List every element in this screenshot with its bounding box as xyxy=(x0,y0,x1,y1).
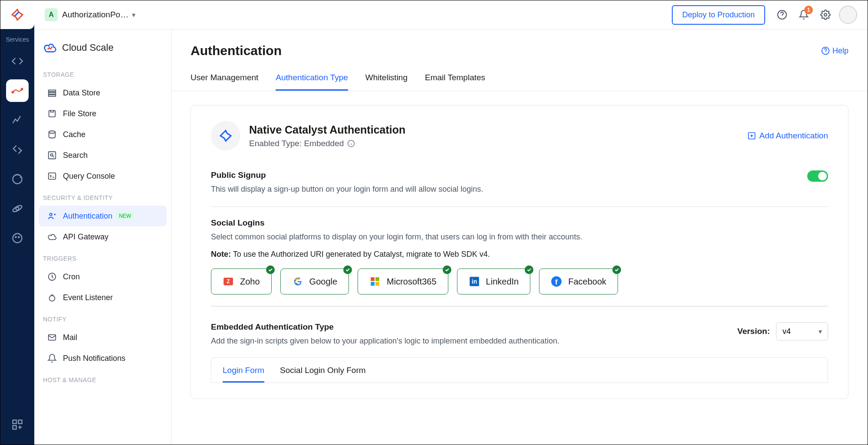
sidebar-item-query-console[interactable]: Query Console xyxy=(39,166,167,187)
help-circle-icon xyxy=(821,46,830,55)
microsoft-icon xyxy=(369,276,381,287)
rail-item-scale[interactable] xyxy=(6,79,29,102)
social-google[interactable]: Google xyxy=(280,268,349,294)
project-badge: A xyxy=(45,8,58,21)
social-microsoft[interactable]: Microsoft365 xyxy=(358,268,448,294)
check-icon xyxy=(443,265,451,274)
svg-rect-14 xyxy=(49,92,56,94)
public-signup-desc: This will display a sign-up button on yo… xyxy=(211,183,807,195)
social-title: Social Logins xyxy=(211,218,828,228)
chevron-down-icon[interactable]: ▾ xyxy=(132,11,135,19)
svg-rect-32 xyxy=(371,282,375,286)
embedded-desc: Add the sign-in scripts given below to y… xyxy=(211,335,737,347)
main-content: Authentication Help User Management Auth… xyxy=(171,29,868,445)
sidebar-item-search[interactable]: Search xyxy=(39,145,167,166)
sidebar-item-cron[interactable]: Cron xyxy=(39,266,167,287)
svg-point-2 xyxy=(13,175,22,184)
sidebar-item-api-gateway[interactable]: API Gateway xyxy=(39,226,167,247)
svg-rect-9 xyxy=(18,420,22,424)
social-linkedin[interactable]: in LinkedIn xyxy=(457,268,531,294)
services-rail: Services xyxy=(0,0,34,445)
tab-email-templates[interactable]: Email Templates xyxy=(425,73,485,91)
svg-point-19 xyxy=(50,154,53,156)
sidebar-item-mail[interactable]: Mail xyxy=(39,327,167,348)
catalyst-icon xyxy=(211,121,240,151)
svg-point-17 xyxy=(49,131,56,134)
svg-rect-20 xyxy=(49,173,56,180)
svg-point-3 xyxy=(12,204,23,213)
logo[interactable] xyxy=(0,0,34,29)
rail-item-apps[interactable] xyxy=(6,413,29,436)
deploy-button[interactable]: Deploy to Production xyxy=(672,5,765,25)
svg-rect-30 xyxy=(371,277,375,281)
rail-item-globe[interactable] xyxy=(6,168,29,190)
sub-tab-social-only[interactable]: Social Login Only Form xyxy=(280,366,365,383)
rail-item-code[interactable] xyxy=(6,50,29,72)
social-zoho[interactable]: Z Zoho xyxy=(211,268,272,294)
sidebar-item-event-listener[interactable]: Event Listener xyxy=(39,287,167,308)
plus-square-icon xyxy=(747,131,756,140)
tabs: User Management Authentication Type Whit… xyxy=(171,58,868,91)
auth-card: Native Catalyst Authentication Enabled T… xyxy=(191,105,848,399)
rail-item-link[interactable] xyxy=(6,138,29,161)
add-authentication-button[interactable]: Add Authentication xyxy=(747,131,828,141)
public-signup-toggle[interactable] xyxy=(807,170,828,182)
section-triggers: TRIGGERS xyxy=(34,247,171,266)
svg-rect-33 xyxy=(375,282,379,286)
version-select[interactable]: v4 xyxy=(776,322,828,340)
rail-item-orbit[interactable] xyxy=(6,197,29,220)
sidebar-item-data-store[interactable]: Data Store xyxy=(39,82,167,103)
help-link[interactable]: Help xyxy=(821,46,848,56)
rail-item-face[interactable] xyxy=(6,227,29,249)
embedded-sub-tabs: Login Form Social Login Only Form xyxy=(211,357,828,383)
sidebar: Cloud Scale STORAGE Data Store File Stor… xyxy=(34,29,171,445)
card-title: Native Catalyst Authentication xyxy=(249,124,405,136)
settings-icon[interactable] xyxy=(817,7,834,23)
zoho-icon: Z xyxy=(223,276,234,287)
svg-rect-16 xyxy=(49,111,56,117)
social-facebook[interactable]: f Facebook xyxy=(539,268,618,294)
section-storage: STORAGE xyxy=(34,63,171,82)
svg-rect-13 xyxy=(49,90,56,92)
card-subtitle: Enabled Type: Embedded xyxy=(249,139,405,148)
section-host: HOST & MANAGE xyxy=(34,369,171,388)
sidebar-item-authentication[interactable]: AuthenticationNEW xyxy=(39,206,167,226)
project-name[interactable]: AuthorizationPo… xyxy=(62,10,128,20)
catalyst-logo-icon xyxy=(10,7,25,23)
sidebar-item-file-store[interactable]: File Store xyxy=(39,103,167,124)
services-label: Services xyxy=(6,36,29,43)
svg-point-21 xyxy=(50,213,53,216)
notifications-icon[interactable]: 1 xyxy=(796,7,812,23)
svg-point-6 xyxy=(15,237,16,238)
sidebar-item-push[interactable]: Push Notifications xyxy=(39,348,167,369)
social-desc: Select common social platforms to displa… xyxy=(211,231,828,243)
public-signup-title: Public Signup xyxy=(211,170,807,180)
tab-user-management[interactable]: User Management xyxy=(191,73,258,91)
google-icon xyxy=(292,276,303,287)
sidebar-item-cache[interactable]: Cache xyxy=(39,124,167,145)
svg-text:Z: Z xyxy=(227,278,230,285)
sidebar-header: Cloud Scale xyxy=(34,29,171,63)
version-label: Version: xyxy=(737,327,770,336)
svg-point-5 xyxy=(13,234,22,243)
new-badge: NEW xyxy=(116,212,134,220)
help-icon[interactable] xyxy=(774,7,790,23)
rail-item-analytics[interactable] xyxy=(6,109,29,131)
avatar[interactable] xyxy=(839,6,857,24)
svg-rect-18 xyxy=(49,152,56,159)
svg-text:in: in xyxy=(471,278,477,285)
svg-point-7 xyxy=(18,237,19,238)
sub-tab-login-form[interactable]: Login Form xyxy=(223,366,264,383)
cloud-scale-icon xyxy=(43,41,57,55)
tab-whitelisting[interactable]: Whitelisting xyxy=(365,73,408,91)
info-icon[interactable] xyxy=(347,140,355,147)
svg-point-1 xyxy=(21,88,23,90)
tab-authentication-type[interactable]: Authentication Type xyxy=(276,73,348,91)
notification-count: 1 xyxy=(804,6,813,14)
sidebar-title: Cloud Scale xyxy=(62,42,114,53)
linkedin-icon: in xyxy=(469,276,480,287)
svg-rect-31 xyxy=(375,277,379,281)
svg-rect-10 xyxy=(13,425,16,429)
social-note: Note: To use the Authorized URI generate… xyxy=(211,250,828,259)
check-icon xyxy=(343,265,352,274)
